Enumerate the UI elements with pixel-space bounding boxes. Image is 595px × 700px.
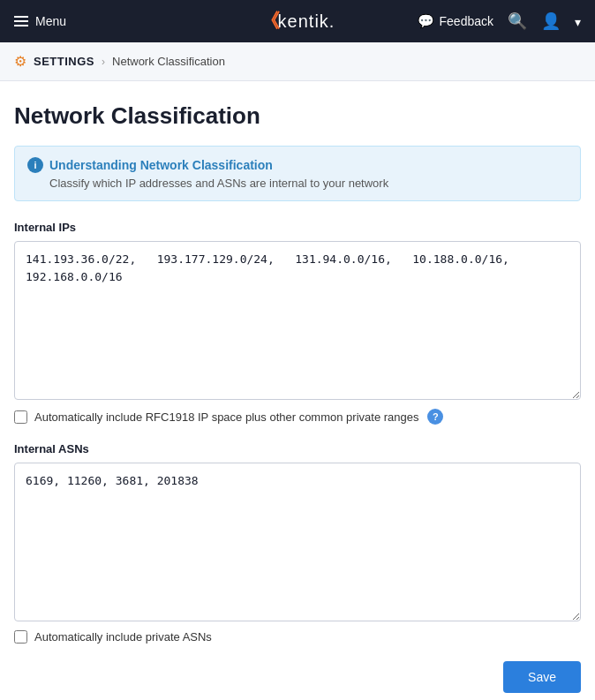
internal-ips-label: Internal IPs bbox=[14, 221, 581, 234]
header-left: Menu bbox=[14, 14, 66, 28]
footer-row: Save bbox=[14, 661, 581, 693]
chevron-down-icon[interactable] bbox=[575, 12, 581, 31]
info-banner-description: Classify which IP addresses and ASNs are… bbox=[49, 177, 568, 190]
auto-asns-checkbox[interactable] bbox=[14, 630, 27, 644]
logo-symbol: 《 bbox=[260, 8, 278, 34]
app-logo: 《 kentik. bbox=[260, 8, 335, 34]
auto-asns-row: Automatically include private ASNs bbox=[14, 630, 581, 644]
auto-rfc-row: Automatically include RFC1918 IP space p… bbox=[14, 409, 581, 425]
breadcrumb-current-page: Network Classification bbox=[112, 55, 225, 68]
info-banner: i Understanding Network Classification C… bbox=[14, 146, 581, 201]
user-icon[interactable]: 👤 bbox=[541, 11, 561, 31]
page-title: Network Classification bbox=[14, 102, 581, 130]
internal-asns-label: Internal ASNs bbox=[14, 442, 581, 455]
auto-rfc-checkbox[interactable] bbox=[14, 410, 27, 424]
auto-rfc-help-icon[interactable]: ? bbox=[427, 409, 443, 425]
menu-button[interactable] bbox=[14, 16, 28, 26]
internal-ips-input[interactable]: 141.193.36.0/22, 193.177.129.0/24, 131.9… bbox=[14, 241, 581, 400]
info-banner-title: i Understanding Network Classification bbox=[27, 157, 568, 173]
internal-asns-input[interactable]: 6169, 11260, 3681, 201838 bbox=[14, 463, 581, 621]
breadcrumb: ⚙ SETTINGS › Network Classification bbox=[0, 42, 595, 81]
header-right: 💬 Feedback 🔍 👤 bbox=[418, 11, 581, 31]
breadcrumb-settings[interactable]: SETTINGS bbox=[34, 55, 94, 68]
settings-gear-icon: ⚙ bbox=[14, 53, 26, 70]
auto-asns-label[interactable]: Automatically include private ASNs bbox=[34, 630, 212, 644]
info-banner-title-text[interactable]: Understanding Network Classification bbox=[49, 158, 273, 172]
auto-rfc-label[interactable]: Automatically include RFC1918 IP space p… bbox=[34, 410, 418, 424]
info-icon: i bbox=[27, 157, 43, 173]
feedback-button[interactable]: 💬 Feedback bbox=[418, 13, 493, 29]
search-icon[interactable]: 🔍 bbox=[508, 11, 527, 31]
logo-text: kentik. bbox=[278, 11, 335, 32]
menu-label: Menu bbox=[35, 14, 66, 28]
main-content: Network Classification i Understanding N… bbox=[0, 81, 595, 700]
feedback-label: Feedback bbox=[440, 14, 493, 28]
app-header: Menu 《 kentik. 💬 Feedback 🔍 👤 bbox=[0, 0, 595, 42]
breadcrumb-separator: › bbox=[102, 56, 105, 68]
feedback-icon: 💬 bbox=[418, 13, 434, 29]
save-button[interactable]: Save bbox=[503, 661, 581, 693]
